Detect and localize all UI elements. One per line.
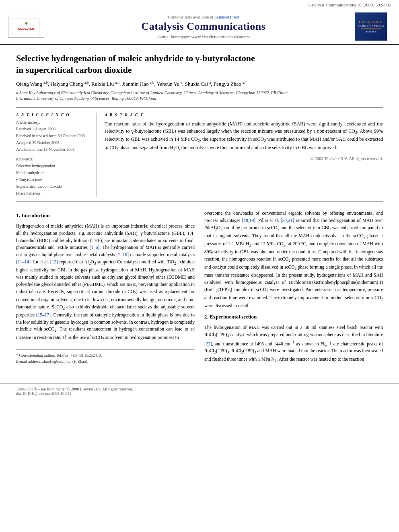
badge-title: CATALYSIS bbox=[359, 20, 383, 24]
badge-subtitle: COMMUNICATIONS bbox=[358, 25, 384, 27]
header-left: 🌳 ELSEVIER bbox=[8, 16, 52, 38]
introduction-heading: 1. Introduction bbox=[16, 212, 195, 220]
svg-text:🌳: 🌳 bbox=[25, 21, 28, 25]
article-info: A R T I C L E I N F O Article history: R… bbox=[16, 113, 97, 197]
copyright-text: © 2008 Elsevier B.V. All rights reserved… bbox=[105, 156, 383, 161]
history-label: Article history: bbox=[16, 120, 90, 125]
right-para-1: overcome the drawbacks of conventional o… bbox=[204, 210, 383, 310]
ref-7-10: [7–10] bbox=[116, 252, 129, 257]
article-info-title: A R T I C L E I N F O bbox=[16, 113, 90, 117]
keywords-label: Keywords: bbox=[16, 157, 90, 161]
experimental-para-1: The hydrogenation of MAH was carried out… bbox=[204, 324, 383, 364]
issn-line: 1566-7367/$ – see front matter © 2008 El… bbox=[16, 387, 383, 391]
affiliations: a State Key Laboratory of Electroanalyti… bbox=[16, 90, 383, 102]
intro-para-1: Hydrogenation of maleic anhydride (MAH) … bbox=[16, 223, 195, 342]
header-right: CATALYSIS COMMUNICATIONS ●●●●●●● bbox=[355, 12, 391, 41]
catalysis-badge: CATALYSIS COMMUNICATIONS ●●●●●●● bbox=[355, 12, 387, 41]
ref-18-19: [18,19] bbox=[242, 218, 256, 223]
abstract-section: A B S T R A C T The reaction rates of th… bbox=[105, 113, 383, 197]
article-title: Selective hydrogenation of maleic anhydr… bbox=[16, 53, 383, 76]
journal-citation: Catalysis Communications 10 (2009) 592–5… bbox=[0, 0, 399, 9]
journal-homepage: journal homepage: www.elsevier.com/locat… bbox=[52, 34, 355, 39]
email-address: E-mail address: zhanfy@ciac.jl.cn (F. Zh… bbox=[16, 358, 195, 365]
footnote-area: * Corresponding author. Tel./fax: +86 43… bbox=[16, 349, 195, 365]
ref-22: [22] bbox=[204, 341, 212, 346]
corresponding-author: * Corresponding author. Tel./fax: +86 43… bbox=[16, 352, 195, 359]
left-column: 1. Introduction Hydrogenation of maleic … bbox=[16, 210, 195, 367]
abstract-title: A B S T R A C T bbox=[105, 113, 383, 117]
main-content: Selective hydrogenation of maleic anhydr… bbox=[0, 45, 399, 375]
svg-text:ELSEVIER: ELSEVIER bbox=[18, 27, 34, 31]
header-banner: 🌳 ELSEVIER Contents lists available at S… bbox=[0, 9, 399, 45]
ref-15-17: [15–17] bbox=[36, 312, 51, 317]
doi-line: doi:10.1016/j.catcom.2008.10.042 bbox=[16, 391, 383, 396]
experimental-heading: 2. Experimental section bbox=[204, 313, 383, 321]
keywords-list: Selective hydrogenation Maleic anhydride… bbox=[16, 162, 90, 197]
sciencedirect-link[interactable]: ScienceDirect bbox=[214, 14, 239, 19]
history-dates: Received 1 August 2008 Received in revis… bbox=[16, 125, 90, 153]
bottom-bar: 1566-7367/$ – see front matter © 2008 El… bbox=[0, 383, 399, 399]
authors: Qiang Wang a,b, Haiyang Cheng a,b, Ruixi… bbox=[16, 80, 383, 87]
sciencedirect-line: Contents lists available at ScienceDirec… bbox=[52, 14, 355, 19]
ref-20-21: [20,21] bbox=[281, 218, 294, 223]
abstract-text: The reaction rates of the hydrogenation … bbox=[105, 120, 383, 152]
info-abstract-section: A R T I C L E I N F O Article history: R… bbox=[16, 107, 383, 202]
elsevier-logo: 🌳 ELSEVIER bbox=[8, 16, 44, 38]
right-column: overcome the drawbacks of conventional o… bbox=[204, 210, 383, 367]
body-columns: 1. Introduction Hydrogenation of maleic … bbox=[16, 210, 383, 367]
journal-title: Catalysis Communications bbox=[52, 21, 355, 33]
ref-11-14: [11–14] bbox=[16, 259, 31, 264]
header-center: Contents lists available at ScienceDirec… bbox=[52, 14, 355, 39]
ref-12: [12] bbox=[50, 259, 58, 264]
ref-1-6: [1–6] bbox=[89, 245, 99, 250]
